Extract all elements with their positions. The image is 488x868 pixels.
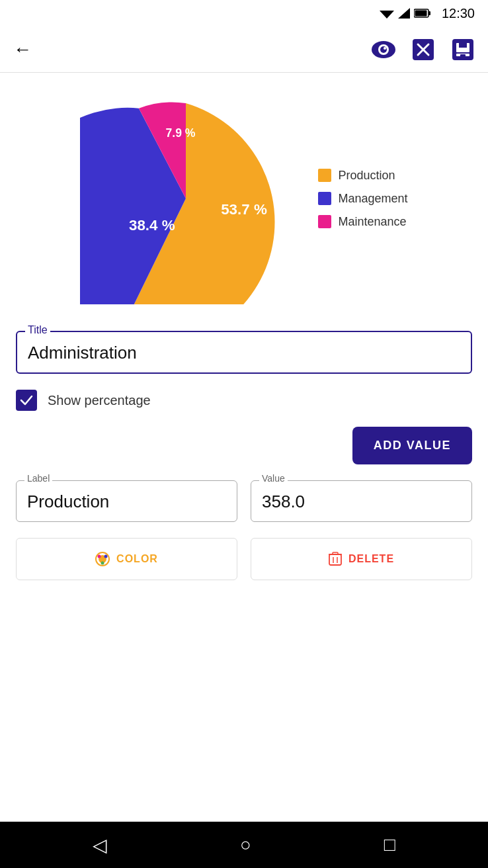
save-icon (452, 39, 473, 60)
status-time: 12:30 (442, 6, 475, 21)
wifi-icon (380, 8, 394, 19)
show-percentage-checkbox[interactable] (16, 390, 37, 411)
value-row: Label Value (16, 480, 472, 522)
app-bar-left: ← (13, 39, 32, 60)
legend-production: Production (318, 169, 407, 183)
add-value-button[interactable]: ADD VALUE (352, 427, 472, 464)
nav-recent-button[interactable]: □ (384, 834, 395, 855)
eye-icon (372, 41, 395, 58)
svg-point-20 (104, 555, 108, 558)
label-field-label: Label (24, 473, 52, 484)
checkmark-icon (20, 395, 33, 406)
title-field-group: Title (16, 331, 472, 374)
color-icon (95, 552, 110, 566)
svg-point-21 (101, 562, 104, 565)
svg-rect-4 (415, 11, 427, 17)
clear-button[interactable] (411, 38, 435, 62)
chart-area: 53.7 % 38.4 % 7.9 % Production Managemen… (0, 73, 488, 318)
legend-label-production: Production (338, 169, 395, 183)
pie-chart: 53.7 % 38.4 % 7.9 % (80, 93, 292, 304)
color-btn-label: COLOR (116, 553, 158, 565)
label-input[interactable] (27, 488, 226, 512)
svg-rect-3 (428, 11, 430, 15)
svg-rect-14 (459, 43, 467, 48)
production-label: 53.7 % (222, 201, 268, 218)
svg-point-19 (98, 555, 101, 558)
nav-home-button[interactable]: ○ (240, 834, 251, 855)
show-percentage-label: Show percentage (48, 393, 151, 408)
legend-label-management: Management (338, 192, 407, 206)
delete-icon (413, 39, 434, 60)
trash-icon (329, 552, 342, 566)
signal-icon (398, 8, 410, 19)
svg-point-7 (380, 46, 387, 53)
svg-marker-0 (380, 11, 394, 19)
label-field-group: Label (16, 480, 237, 522)
app-bar: ← (0, 26, 488, 73)
back-button[interactable]: ← (13, 39, 32, 60)
svg-marker-1 (398, 8, 410, 19)
svg-rect-16 (460, 54, 466, 58)
bottom-nav: ◁ ○ □ (0, 822, 488, 868)
svg-point-8 (384, 47, 386, 50)
title-input[interactable] (28, 339, 460, 363)
status-bar: 12:30 (0, 0, 488, 26)
nav-back-button[interactable]: ◁ (93, 834, 107, 856)
preview-button[interactable] (372, 38, 395, 62)
management-label: 38.4 % (129, 217, 175, 234)
legend-color-production (318, 169, 331, 182)
title-label: Title (25, 324, 50, 336)
legend-label-maintenance: Maintenance (338, 215, 406, 229)
svg-rect-24 (333, 552, 338, 554)
value-field-label: Value (259, 473, 288, 484)
svg-rect-22 (329, 554, 341, 565)
chart-legend: Production Management Maintenance (318, 169, 407, 229)
delete-btn-label: DELETE (348, 553, 394, 565)
form-area: Title Show percentage ADD VALUE Label Va… (0, 318, 488, 593)
color-button[interactable]: COLOR (16, 538, 237, 580)
delete-button[interactable]: DELETE (251, 538, 472, 580)
battery-icon (414, 9, 431, 18)
show-percentage-row: Show percentage (16, 390, 472, 411)
legend-maintenance: Maintenance (318, 215, 407, 229)
value-field-group: Value (251, 480, 472, 522)
value-input[interactable] (262, 488, 461, 512)
save-button[interactable] (451, 38, 475, 62)
legend-color-maintenance (318, 215, 331, 228)
legend-color-management (318, 192, 331, 205)
status-icons (380, 8, 431, 19)
legend-management: Management (318, 192, 407, 206)
maintenance-label: 7.9 % (166, 126, 196, 140)
app-bar-right (372, 38, 475, 62)
action-row: COLOR DELETE (16, 538, 472, 580)
